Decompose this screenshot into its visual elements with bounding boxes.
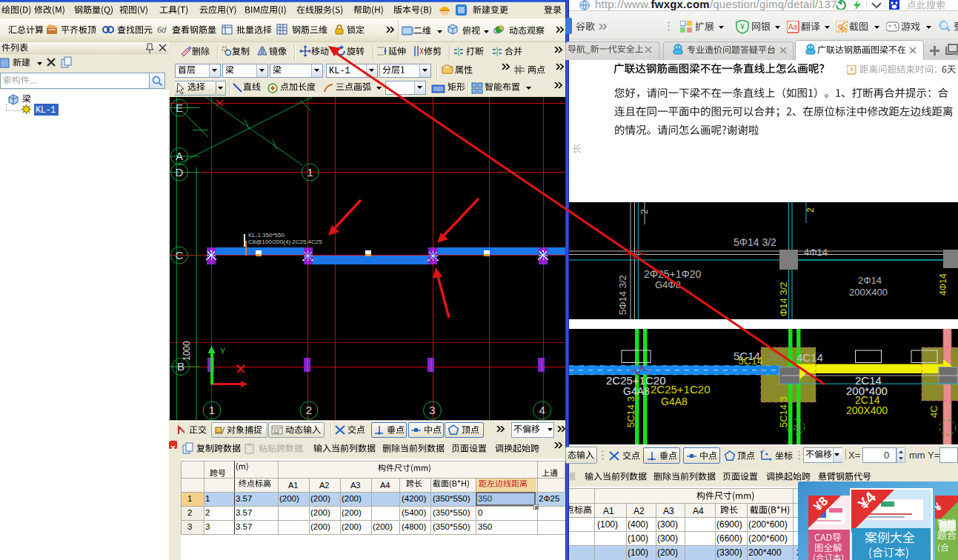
svg-text:G4A8: G4A8 [623, 385, 650, 397]
svg-text:C8@100/200(4) 2C25;4C25: C8@100/200(4) 2C25;4C25 [248, 239, 322, 245]
svg-text:D: D [176, 166, 184, 179]
svg-text:2: 2 [639, 209, 650, 214]
svg-text:2C25+1C20: 2C25+1C20 [651, 383, 710, 396]
svg-text:3/2: 3/2 [769, 351, 784, 363]
svg-text:5C14 3: 5C14 3 [778, 396, 789, 427]
svg-text:4Φ14: 4Φ14 [938, 273, 948, 296]
svg-text:5Φ14 3/2: 5Φ14 3/2 [734, 236, 776, 248]
svg-text:1: 1 [307, 166, 313, 179]
svg-text:Y: Y [220, 347, 226, 356]
svg-text:3: 3 [429, 404, 435, 416]
svg-text:5C14 3: 5C14 3 [625, 396, 636, 427]
svg-text:2Φ14: 2Φ14 [858, 275, 882, 286]
svg-text:Aa: Aa [788, 23, 798, 31]
svg-text:4C: 4C [928, 405, 939, 418]
svg-text:2Φ25+1Φ20: 2Φ25+1Φ20 [644, 268, 701, 280]
svg-text:A: A [176, 150, 183, 162]
svg-text:4: 4 [539, 404, 545, 416]
svg-text:B: B [177, 360, 184, 373]
svg-text:1000: 1000 [182, 341, 192, 361]
svg-text:1: 1 [209, 404, 215, 416]
svg-text:G4A8: G4A8 [661, 396, 688, 407]
svg-text:200X400: 200X400 [846, 404, 888, 416]
svg-text:6d: 6d [157, 25, 167, 34]
svg-text:4Φ14: 4Φ14 [804, 247, 828, 258]
svg-text:5Φ14 3/2: 5Φ14 3/2 [617, 275, 628, 315]
svg-text:23: 23 [793, 424, 800, 431]
svg-text:G4Φ8: G4Φ8 [655, 279, 681, 290]
svg-text:E: E [176, 101, 183, 114]
svg-text:2: 2 [805, 207, 816, 213]
svg-text:Φ14 3/2: Φ14 3/2 [778, 281, 789, 316]
svg-text:200X400: 200X400 [849, 287, 888, 298]
svg-text:KL-1 350*550: KL-1 350*550 [248, 232, 285, 239]
svg-text:¥: ¥ [739, 23, 745, 31]
svg-text:4C14: 4C14 [796, 351, 823, 364]
svg-text:2: 2 [306, 404, 312, 416]
svg-text:5C14: 5C14 [738, 355, 763, 367]
svg-text:12: 12 [273, 429, 279, 434]
svg-text:x: x [762, 449, 765, 453]
